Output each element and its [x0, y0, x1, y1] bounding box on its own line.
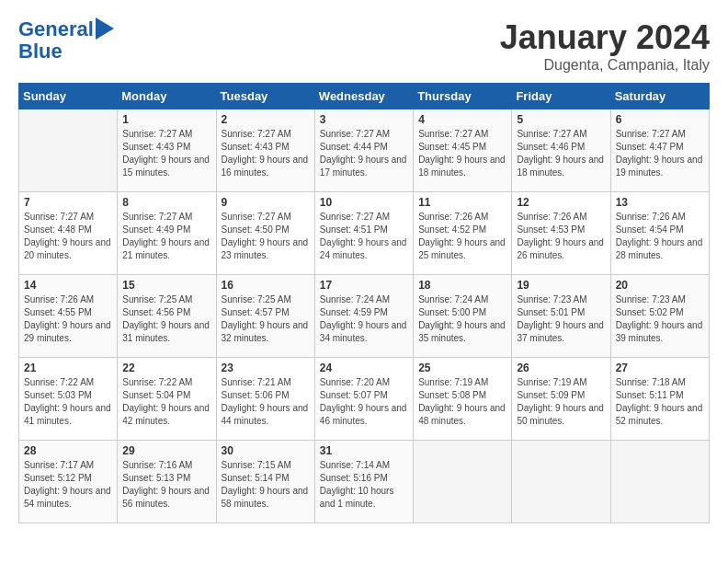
day-info: Sunrise: 7:27 AM Sunset: 4:51 PM Dayligh…: [320, 211, 408, 262]
weekday-header: Monday: [118, 84, 216, 109]
day-number: 14: [24, 279, 112, 292]
logo-arrow-icon: [96, 17, 114, 40]
day-info: Sunrise: 7:26 AM Sunset: 4:52 PM Dayligh…: [418, 211, 506, 262]
location-text: Dugenta, Campania, Italy: [500, 57, 710, 74]
day-info: Sunrise: 7:20 AM Sunset: 5:07 PM Dayligh…: [320, 376, 408, 428]
day-info: Sunrise: 7:27 AM Sunset: 4:45 PM Dayligh…: [418, 128, 506, 179]
logo-blue-text: Blue: [18, 40, 114, 63]
weekday-header: Wednesday: [314, 84, 413, 109]
calendar-cell: 29Sunrise: 7:16 AM Sunset: 5:13 PM Dayli…: [118, 441, 216, 523]
day-number: 10: [320, 196, 408, 209]
calendar-week-row: 14Sunrise: 7:26 AM Sunset: 4:55 PM Dayli…: [19, 275, 710, 358]
day-number: 20: [616, 279, 704, 292]
weekday-header: Sunday: [19, 84, 118, 109]
day-number: 28: [24, 444, 112, 457]
calendar-cell: 17Sunrise: 7:24 AM Sunset: 4:59 PM Dayli…: [314, 275, 413, 358]
calendar-cell: [19, 109, 118, 192]
day-info: Sunrise: 7:27 AM Sunset: 4:43 PM Dayligh…: [122, 128, 210, 179]
calendar-cell: 25Sunrise: 7:19 AM Sunset: 5:08 PM Dayli…: [414, 358, 512, 441]
day-info: Sunrise: 7:24 AM Sunset: 4:59 PM Dayligh…: [320, 293, 408, 345]
calendar-cell: 20Sunrise: 7:23 AM Sunset: 5:02 PM Dayli…: [610, 275, 709, 358]
day-number: 1: [122, 113, 210, 126]
calendar-cell: 24Sunrise: 7:20 AM Sunset: 5:07 PM Dayli…: [314, 358, 413, 441]
day-info: Sunrise: 7:21 AM Sunset: 5:06 PM Dayligh…: [222, 376, 310, 428]
day-info: Sunrise: 7:22 AM Sunset: 5:03 PM Dayligh…: [24, 376, 112, 428]
day-number: 8: [122, 196, 210, 209]
calendar-cell: 7Sunrise: 7:27 AM Sunset: 4:48 PM Daylig…: [19, 192, 118, 275]
calendar-week-row: 28Sunrise: 7:17 AM Sunset: 5:12 PM Dayli…: [19, 441, 710, 523]
calendar-cell: 12Sunrise: 7:26 AM Sunset: 4:53 PM Dayli…: [512, 192, 610, 275]
day-number: 19: [517, 279, 605, 292]
calendar-week-row: 1Sunrise: 7:27 AM Sunset: 4:43 PM Daylig…: [19, 109, 710, 192]
calendar-cell: 15Sunrise: 7:25 AM Sunset: 4:56 PM Dayli…: [118, 275, 216, 358]
calendar-cell: 10Sunrise: 7:27 AM Sunset: 4:51 PM Dayli…: [314, 192, 413, 275]
day-number: 15: [122, 279, 210, 292]
day-info: Sunrise: 7:14 AM Sunset: 5:16 PM Dayligh…: [320, 459, 408, 511]
day-info: Sunrise: 7:19 AM Sunset: 5:08 PM Dayligh…: [418, 376, 506, 428]
day-number: 26: [517, 362, 605, 374]
weekday-header: Saturday: [610, 84, 709, 109]
day-info: Sunrise: 7:27 AM Sunset: 4:49 PM Dayligh…: [122, 211, 210, 262]
weekday-header: Tuesday: [216, 84, 314, 109]
calendar-cell: 31Sunrise: 7:14 AM Sunset: 5:16 PM Dayli…: [314, 441, 413, 523]
day-number: 29: [122, 444, 210, 457]
day-info: Sunrise: 7:15 AM Sunset: 5:14 PM Dayligh…: [222, 459, 310, 511]
day-info: Sunrise: 7:25 AM Sunset: 4:57 PM Dayligh…: [222, 293, 310, 345]
day-number: 31: [320, 444, 408, 457]
day-info: Sunrise: 7:17 AM Sunset: 5:12 PM Dayligh…: [24, 459, 112, 511]
day-number: 6: [616, 113, 704, 126]
day-info: Sunrise: 7:27 AM Sunset: 4:43 PM Dayligh…: [222, 128, 310, 179]
day-number: 17: [320, 279, 408, 292]
calendar-cell: 30Sunrise: 7:15 AM Sunset: 5:14 PM Dayli…: [216, 441, 314, 523]
day-info: Sunrise: 7:27 AM Sunset: 4:48 PM Dayligh…: [24, 211, 112, 262]
calendar-cell: 21Sunrise: 7:22 AM Sunset: 5:03 PM Dayli…: [19, 358, 118, 441]
calendar-cell: 5Sunrise: 7:27 AM Sunset: 4:46 PM Daylig…: [512, 109, 610, 192]
weekday-header: Thursday: [414, 84, 512, 109]
logo-text: General: [18, 18, 94, 40]
day-info: Sunrise: 7:23 AM Sunset: 5:02 PM Dayligh…: [616, 293, 704, 345]
day-number: 13: [616, 196, 704, 209]
page-header: General Blue January 2024 Dugenta, Campa…: [18, 18, 710, 74]
calendar-cell: 9Sunrise: 7:27 AM Sunset: 4:50 PM Daylig…: [216, 192, 314, 275]
calendar-cell: 13Sunrise: 7:26 AM Sunset: 4:54 PM Dayli…: [610, 192, 709, 275]
calendar-cell: 4Sunrise: 7:27 AM Sunset: 4:45 PM Daylig…: [414, 109, 512, 192]
calendar-cell: 1Sunrise: 7:27 AM Sunset: 4:43 PM Daylig…: [118, 109, 216, 192]
calendar-cell: 22Sunrise: 7:22 AM Sunset: 5:04 PM Dayli…: [118, 358, 216, 441]
day-number: 4: [418, 113, 506, 126]
day-info: Sunrise: 7:16 AM Sunset: 5:13 PM Dayligh…: [122, 459, 210, 511]
weekday-header: Friday: [512, 84, 610, 109]
month-title: January 2024: [500, 18, 710, 57]
day-number: 7: [24, 196, 112, 209]
day-info: Sunrise: 7:23 AM Sunset: 5:01 PM Dayligh…: [517, 293, 605, 345]
day-info: Sunrise: 7:26 AM Sunset: 4:53 PM Dayligh…: [517, 211, 605, 262]
day-number: 27: [616, 362, 704, 374]
calendar-week-row: 7Sunrise: 7:27 AM Sunset: 4:48 PM Daylig…: [19, 192, 710, 275]
title-area: January 2024 Dugenta, Campania, Italy: [500, 18, 710, 74]
day-info: Sunrise: 7:18 AM Sunset: 5:11 PM Dayligh…: [616, 376, 704, 428]
calendar-cell: 19Sunrise: 7:23 AM Sunset: 5:01 PM Dayli…: [512, 275, 610, 358]
calendar-table: SundayMondayTuesdayWednesdayThursdayFrid…: [18, 83, 710, 523]
day-number: 5: [517, 113, 605, 126]
day-info: Sunrise: 7:27 AM Sunset: 4:46 PM Dayligh…: [517, 128, 605, 179]
day-info: Sunrise: 7:27 AM Sunset: 4:44 PM Dayligh…: [320, 128, 408, 179]
day-info: Sunrise: 7:25 AM Sunset: 4:56 PM Dayligh…: [122, 293, 210, 345]
calendar-cell: 11Sunrise: 7:26 AM Sunset: 4:52 PM Dayli…: [414, 192, 512, 275]
svg-marker-0: [96, 17, 114, 40]
calendar-cell: 27Sunrise: 7:18 AM Sunset: 5:11 PM Dayli…: [610, 358, 709, 441]
day-number: 22: [122, 362, 210, 374]
calendar-cell: 14Sunrise: 7:26 AM Sunset: 4:55 PM Dayli…: [19, 275, 118, 358]
calendar-cell: [610, 441, 709, 523]
calendar-cell: [512, 441, 610, 523]
day-info: Sunrise: 7:27 AM Sunset: 4:47 PM Dayligh…: [616, 128, 704, 179]
day-info: Sunrise: 7:19 AM Sunset: 5:09 PM Dayligh…: [517, 376, 605, 428]
calendar-cell: 18Sunrise: 7:24 AM Sunset: 5:00 PM Dayli…: [414, 275, 512, 358]
day-info: Sunrise: 7:22 AM Sunset: 5:04 PM Dayligh…: [122, 376, 210, 428]
day-number: 16: [222, 279, 310, 292]
day-number: 2: [222, 113, 310, 126]
calendar-cell: [414, 441, 512, 523]
day-number: 30: [222, 444, 310, 457]
calendar-cell: 2Sunrise: 7:27 AM Sunset: 4:43 PM Daylig…: [216, 109, 314, 192]
logo: General Blue: [18, 18, 114, 63]
day-number: 23: [222, 362, 310, 374]
calendar-cell: 6Sunrise: 7:27 AM Sunset: 4:47 PM Daylig…: [610, 109, 709, 192]
